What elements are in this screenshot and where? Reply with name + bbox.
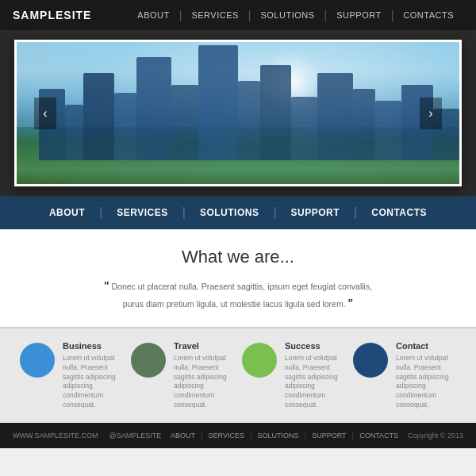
feature-desc-3: Lorem ut volutpat nulla. Praesent sagitt… <box>396 354 456 410</box>
top-nav-support[interactable]: SUPPORT <box>327 10 390 20</box>
feature-text-0: BusinessLorem ut volutpat nulla. Praesen… <box>63 341 123 410</box>
feature-circle-0 <box>20 343 55 378</box>
feature-item-3: ContactLorem ut volutpat nulla. Praesent… <box>353 341 456 410</box>
footer-solutions[interactable]: SOLUTIONS <box>252 432 305 440</box>
content-section: What we are... " Donec ut placerat nulla… <box>0 229 476 327</box>
feature-text-1: TravelLorem ut volutpat nulla. Praesent … <box>174 341 234 410</box>
footer-social: @SAMPLESITE <box>109 432 162 440</box>
top-nav-about[interactable]: ABOUT <box>128 10 178 20</box>
open-quote: " <box>104 279 109 292</box>
main-nav-services[interactable]: SERVICES <box>102 207 182 218</box>
footer-about[interactable]: ABOUT <box>165 432 201 440</box>
feature-desc-0: Lorem ut volutpat nulla. Praesent sagitt… <box>63 354 123 410</box>
main-nav-links: ABOUT | SERVICES | SOLUTIONS | SUPPORT |… <box>35 205 441 220</box>
main-navigation: ABOUT | SERVICES | SOLUTIONS | SUPPORT |… <box>0 196 476 229</box>
feature-title-1: Travel <box>174 341 234 351</box>
footer-services[interactable]: SERVICES <box>203 432 250 440</box>
slider-background <box>17 42 459 184</box>
city-skyline <box>17 81 459 160</box>
feature-circle-1 <box>131 343 166 378</box>
feature-item-2: SuccessLorem ut volutpat nulla. Praesent… <box>242 341 345 410</box>
slider-section: ‹ › <box>0 30 476 196</box>
feature-desc-1: Lorem ut volutpat nulla. Praesent sagitt… <box>174 354 234 410</box>
feature-title-0: Business <box>63 341 123 351</box>
feature-circle-2 <box>242 343 277 378</box>
main-nav-support[interactable]: SUPPORT <box>277 207 355 218</box>
feature-item-1: TravelLorem ut volutpat nulla. Praesent … <box>131 341 234 410</box>
close-quote: " <box>348 297 354 309</box>
slider-next-button[interactable]: › <box>420 98 442 129</box>
feature-item-0: BusinessLorem ut volutpat nulla. Praesen… <box>20 341 123 410</box>
top-nav-contacts[interactable]: CONTACTS <box>393 10 463 20</box>
footer-contacts[interactable]: CONTACTS <box>354 432 404 440</box>
top-nav-links: ABOUT | SERVICES | SOLUTIONS | SUPPORT |… <box>128 9 463 21</box>
feature-desc-2: Lorem ut volutpat nulla. Praesent sagitt… <box>285 354 345 410</box>
slider-wrapper: ‹ › <box>14 40 462 186</box>
footer-nav-links: ABOUT | SERVICES | SOLUTIONS | SUPPORT |… <box>165 432 404 440</box>
content-quote: " Donec ut placerat nulla. Praesent sagi… <box>95 277 381 313</box>
top-nav-solutions[interactable]: SOLUTIONS <box>251 10 324 20</box>
quote-text: Donec ut placerat nulla. Praesent sagitt… <box>111 282 372 309</box>
feature-title-2: Success <box>285 341 345 351</box>
feature-text-3: ContactLorem ut volutpat nulla. Praesent… <box>396 341 456 410</box>
main-nav-contacts[interactable]: CONTACTS <box>357 207 441 218</box>
top-nav-services[interactable]: SERVICES <box>182 10 248 20</box>
main-nav-solutions[interactable]: SOLUTIONS <box>186 207 274 218</box>
feature-title-3: Contact <box>396 341 456 351</box>
footer-left: WWW.SAMPLESITE.COM @SAMPLESITE <box>13 432 161 440</box>
top-navigation: SAMPLESITE ABOUT | SERVICES | SOLUTIONS … <box>0 0 476 30</box>
feature-circle-3 <box>353 343 388 378</box>
feature-text-2: SuccessLorem ut volutpat nulla. Praesent… <box>285 341 345 410</box>
footer: WWW.SAMPLESITE.COM @SAMPLESITE ABOUT | S… <box>0 423 476 448</box>
content-heading: What we are... <box>48 247 428 267</box>
footer-support[interactable]: SUPPORT <box>306 432 351 440</box>
features-section: BusinessLorem ut volutpat nulla. Praesen… <box>0 327 476 423</box>
slider-prev-button[interactable]: ‹ <box>34 98 56 129</box>
main-nav-about[interactable]: ABOUT <box>35 207 99 218</box>
site-logo: SAMPLESITE <box>13 9 128 21</box>
footer-url: WWW.SAMPLESITE.COM <box>13 432 98 440</box>
copyright-text: Copyright © 2013 <box>408 432 463 440</box>
